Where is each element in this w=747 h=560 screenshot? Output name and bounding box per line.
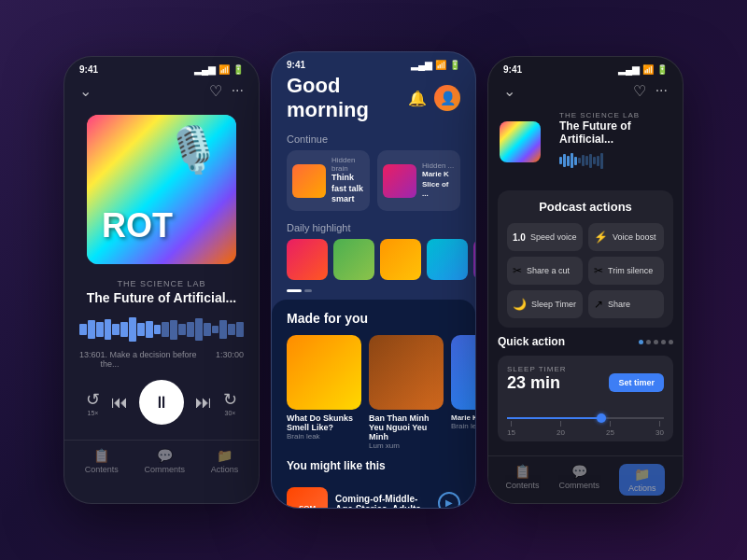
track-title-1: The Future of Artificial... xyxy=(79,290,244,305)
daily-row xyxy=(272,239,475,289)
time-1: 9:41 xyxy=(79,64,98,75)
continue-text-0: Hidden brain Think fast talk smart xyxy=(331,156,364,205)
chevron-down-icon-3[interactable]: ⌄ xyxy=(503,82,515,100)
waveform-bar xyxy=(219,320,227,339)
pause-button[interactable]: ⏸ xyxy=(139,380,184,425)
speed-voice-button[interactable]: 1.0 Speed voice xyxy=(507,223,583,251)
tab-actions-3[interactable]: 📁 Actions xyxy=(619,464,666,496)
waveform-bar xyxy=(120,322,128,338)
mfy-card-2[interactable]: Marie K light; M Brain le... xyxy=(451,335,476,450)
greeting: Good morning xyxy=(287,74,408,122)
qa-dot-2 xyxy=(654,340,658,344)
made-for-you-section: Made for you What Do Skunks Smell Like? … xyxy=(272,300,475,509)
qa-dots xyxy=(639,340,673,344)
voice-boost-button[interactable]: ⚡ Voice boost xyxy=(588,223,664,251)
share-cut-button[interactable]: ✂ Share a cut xyxy=(507,257,583,285)
sleep-timer-button[interactable]: 🌙 Sleep Timer xyxy=(507,290,583,318)
share-button[interactable]: ↗ Share xyxy=(588,290,664,318)
waveform-bar xyxy=(96,322,104,336)
nav-bar-1: ⌄ ♡ ··· xyxy=(64,78,259,107)
phone-home: 9:41 ▂▄▆ 📶 🔋 Good morning 🔔 👤 Continue H… xyxy=(271,51,476,509)
quick-action-label: Quick action xyxy=(498,335,565,348)
waveform-bar xyxy=(236,322,244,336)
controls-1: ↺ 15× ⏮ ⏸ ⏭ ↻ 30× xyxy=(64,369,259,436)
ymlt-info-0: Coming-of-Middle-Age Stories, Adults... … xyxy=(335,494,430,509)
mini-album-art-3 xyxy=(500,121,541,162)
daily-thumb-0[interactable] xyxy=(287,239,328,280)
ymlt-item-0[interactable]: SOM Coming-of-Middle-Age Stories, Adults… xyxy=(287,482,460,509)
sleep-timer-slider[interactable]: 15 20 25 30 xyxy=(507,404,664,432)
made-for-you-label: Made for you xyxy=(287,311,460,326)
waveform-bar xyxy=(212,326,219,333)
chevron-down-icon-1[interactable]: ⌄ xyxy=(79,82,92,100)
episode-label: 1. Make a decision before the... xyxy=(101,350,216,369)
trim-silence-button[interactable]: ✂ Trim silence xyxy=(588,257,664,285)
mfy-thumb-0 xyxy=(287,335,361,410)
share-icon: ↗ xyxy=(594,298,603,311)
mic-icon-1: 🎙️ xyxy=(165,124,221,176)
set-timer-button[interactable]: Set timer xyxy=(609,373,664,392)
forward-button[interactable]: ↻ xyxy=(223,389,237,410)
mfy-card-1[interactable]: Ban Than Minh Yeu Nguoi Yeu Minh Lum xum xyxy=(369,335,444,450)
tab-contents-1[interactable]: 📋 Contents xyxy=(85,448,119,474)
heart-icon-1[interactable]: ♡ xyxy=(209,82,222,100)
waveform-bar xyxy=(170,320,177,340)
prev-button[interactable]: ⏮ xyxy=(111,393,128,413)
waveform-bar xyxy=(178,324,186,334)
action-grid: 1.0 Speed voice ⚡ Voice boost ✂ Share a … xyxy=(507,223,664,318)
tab-actions-1[interactable]: 📁 Actions xyxy=(211,448,239,474)
speed-badge: 1.0 xyxy=(513,232,526,243)
avatar[interactable]: 👤 xyxy=(434,85,460,111)
continue-label: Continue xyxy=(272,130,475,150)
progress-current: 13:60 xyxy=(79,350,101,369)
slider-thumb[interactable] xyxy=(597,413,606,423)
home-nav: Good morning 🔔 👤 xyxy=(272,74,475,130)
bottom-tabs-1: 📋 Contents 💬 Comments 📁 Actions xyxy=(64,440,259,482)
mfy-thumb-2 xyxy=(451,335,476,410)
sleep-timer-header: SLEEP TIMER 23 min Set timer xyxy=(507,365,664,400)
continue-thumb-0 xyxy=(292,164,326,198)
bell-icon[interactable]: 🔔 xyxy=(408,90,427,107)
mfy-thumb-1 xyxy=(369,335,444,410)
continue-card-0[interactable]: Hidden brain Think fast talk smart xyxy=(287,150,370,211)
tab-contents-3[interactable]: 📋 Contents xyxy=(505,464,539,496)
signal-icons-3: ▂▄▆ 📶 🔋 xyxy=(618,64,668,75)
tick-15: 15 xyxy=(507,421,515,437)
waveform-bar xyxy=(112,324,120,336)
moon-icon: 🌙 xyxy=(513,298,527,311)
continue-thumb-1 xyxy=(383,164,416,198)
continue-card-1[interactable]: Hidden ... Marie K Slice of ... xyxy=(377,150,460,211)
daily-thumb-4[interactable] xyxy=(473,239,475,280)
mfy-card-0[interactable]: What Do Skunks Smell Like? Brain leak xyxy=(287,335,361,450)
header-icons: 🔔 👤 xyxy=(408,85,460,111)
track-label-1: THE SCIENCE LAB xyxy=(79,279,244,288)
heart-icon-3[interactable]: ♡ xyxy=(633,82,646,100)
status-bar-2: 9:41 ▂▄▆ 📶 🔋 xyxy=(272,52,475,74)
you-might-section: You might like this SOM Coming-of-Middle… xyxy=(287,459,460,509)
track-info-1: THE SCIENCE LAB The Future of Artificial… xyxy=(64,272,259,309)
rewind-button[interactable]: ↺ xyxy=(86,389,100,410)
nav-bar-3: ⌄ ♡ ··· xyxy=(488,78,683,107)
album-art-text-1: ROT xyxy=(102,206,173,245)
daily-thumb-1[interactable] xyxy=(333,239,374,280)
more-icon-3[interactable]: ··· xyxy=(655,82,668,100)
play-btn-ymlt-0[interactable]: ▶ xyxy=(438,492,460,509)
phones-container: 9:41 ▂▄▆ 📶 🔋 ⌄ ♡ ··· 🎙️ ROT THE SCIENCE … xyxy=(63,51,684,509)
qa-dot-4 xyxy=(669,340,673,344)
album-art-1: 🎙️ ROT xyxy=(87,115,236,264)
ymlt-thumb-0: SOM xyxy=(287,487,328,509)
mini-waveform-3 xyxy=(559,151,660,170)
waveform-bar xyxy=(187,322,194,338)
next-button[interactable]: ⏭ xyxy=(195,393,212,413)
more-icon-1[interactable]: ··· xyxy=(232,82,244,100)
waveform-bar xyxy=(162,322,169,336)
waveform-bar xyxy=(228,324,235,336)
daily-thumb-3[interactable] xyxy=(427,239,468,280)
tab-comments-1[interactable]: 💬 Comments xyxy=(144,448,185,474)
actions-icon-3: 📁 xyxy=(634,467,650,482)
slider-ticks: 15 20 25 30 xyxy=(507,404,664,437)
tab-comments-3[interactable]: 💬 Comments xyxy=(558,464,599,496)
daily-thumb-2[interactable] xyxy=(380,239,421,280)
track-info-3: THE SCIENCE LAB The Future of Artificial… xyxy=(548,107,671,175)
qa-dot-1 xyxy=(646,340,651,344)
